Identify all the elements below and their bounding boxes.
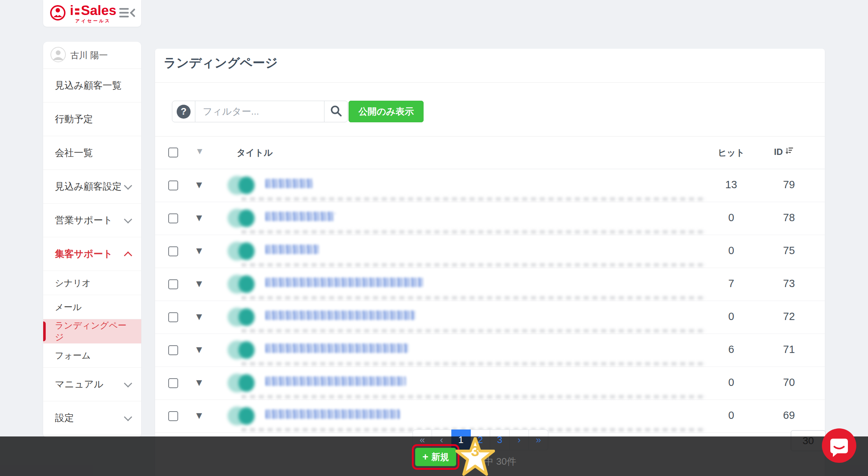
tutorial-highlight-frame: + 新規 [412, 444, 459, 470]
select-all-checkbox[interactable] [168, 148, 178, 157]
row-subtext-blurred [241, 263, 706, 267]
logo-card: i Sales アイセールス [43, 0, 141, 27]
page-title: ランディングページ [164, 55, 278, 71]
thumbnail-blurred [228, 174, 256, 197]
sidebar-item-landing-page[interactable]: ランディングページ [43, 319, 141, 343]
search-button[interactable] [324, 101, 347, 122]
row-hits: 13 [706, 179, 757, 191]
table-row: ▼ 6 71 [155, 334, 825, 367]
column-hits: ヒット [706, 147, 757, 159]
thumbnail-blurred [228, 306, 256, 329]
row-checkbox[interactable] [168, 279, 178, 289]
row-title-link-blurred[interactable] [266, 179, 313, 188]
step-number: 3 [471, 443, 480, 460]
sidebar-item-manual[interactable]: マニュアル [43, 368, 141, 401]
row-subtext-blurred [241, 296, 706, 300]
row-id: 79 [765, 179, 813, 191]
filter-help[interactable]: ? [172, 101, 195, 122]
row-checkbox[interactable] [168, 345, 178, 355]
sidebar-menu: 見込み顧客一覧 行動予定 会社一覧 見込み顧客設定 営業サポート 集客サポート … [43, 69, 141, 435]
row-id: 75 [765, 245, 813, 257]
row-id: 72 [765, 310, 813, 323]
row-hits: 0 [706, 376, 757, 388]
row-checkbox[interactable] [168, 246, 178, 256]
table-row: ▼ 0 70 [155, 367, 825, 400]
row-expand-triangle-icon[interactable]: ▼ [194, 179, 204, 191]
table-row: ▼ 0 72 [155, 301, 825, 334]
thumbnail-blurred [228, 207, 256, 230]
row-hits: 7 [706, 278, 757, 290]
sidebar-collapse-icon[interactable] [119, 6, 135, 21]
row-hits: 0 [706, 245, 757, 257]
table-row: ▼ 0 75 [155, 235, 825, 268]
header-filter-triangle-icon[interactable]: ▼ [195, 146, 204, 156]
table-row: ▼ 0 69 [155, 400, 825, 433]
chevron-icon [124, 413, 132, 421]
sidebar-item-mail[interactable]: メール [43, 295, 141, 319]
sidebar-item-lead-settings[interactable]: 見込み顧客設定 [43, 170, 141, 204]
row-title-link-blurred[interactable] [266, 212, 335, 221]
column-id[interactable]: ID [774, 147, 794, 157]
row-expand-triangle-icon[interactable]: ▼ [194, 344, 204, 356]
row-expand-triangle-icon[interactable]: ▼ [194, 245, 204, 257]
thumbnail-blurred [228, 372, 256, 395]
row-title-link-blurred[interactable] [266, 278, 423, 287]
divider [155, 82, 825, 83]
row-id: 71 [765, 343, 813, 356]
sidebar-item-marketing-support[interactable]: 集客サポート [43, 237, 141, 271]
sidebar-item-companies[interactable]: 会社一覧 [43, 136, 141, 170]
search-icon [330, 105, 342, 119]
thumbnail-blurred [228, 339, 256, 362]
row-checkbox[interactable] [168, 411, 178, 421]
chat-button[interactable] [822, 428, 856, 463]
pagination-nav[interactable]: › [510, 429, 529, 450]
row-expand-triangle-icon[interactable]: ▼ [194, 377, 204, 388]
user-profile[interactable]: 古川 陽一 [43, 42, 141, 69]
table-header: ▼ タイトル ヒット ID [155, 137, 825, 169]
sidebar-item-settings[interactable]: 設定 [43, 401, 141, 435]
row-title-link-blurred[interactable] [266, 245, 319, 254]
show-public-button[interactable]: 公開のみ表示 [349, 101, 424, 122]
brand-name: i Sales [70, 4, 116, 17]
sidebar-item-schedule[interactable]: 行動予定 [43, 103, 141, 136]
row-expand-triangle-icon[interactable]: ▼ [194, 410, 204, 421]
sidebar-item-leads[interactable]: 見込み顧客一覧 [43, 69, 141, 103]
row-checkbox[interactable] [168, 213, 178, 223]
row-title-link-blurred[interactable] [266, 310, 415, 320]
row-id: 70 [765, 376, 813, 388]
chevron-icon [124, 251, 132, 260]
row-checkbox[interactable] [168, 378, 178, 388]
row-hits: 6 [706, 343, 757, 356]
row-id: 73 [765, 278, 813, 290]
table-row: ▼ 7 73 [155, 268, 825, 301]
thumbnail-blurred [228, 405, 256, 428]
pagination-nav[interactable]: » [529, 429, 548, 450]
sidebar-item-form[interactable]: フォーム [43, 343, 141, 368]
plus-icon: + [422, 452, 428, 462]
row-expand-triangle-icon[interactable]: ▼ [194, 212, 204, 224]
row-expand-triangle-icon[interactable]: ▼ [194, 278, 204, 290]
row-title-link-blurred[interactable] [266, 376, 406, 386]
sidebar-item-scenario[interactable]: シナリオ [43, 271, 141, 295]
row-id: 69 [765, 409, 813, 421]
table-row: ▼ 0 78 [155, 202, 825, 235]
row-hits: 0 [706, 310, 757, 323]
sidebar-item-sales-support[interactable]: 営業サポート [43, 204, 141, 237]
table-row: ▼ 13 79 [155, 169, 825, 202]
brand-person-icon [49, 4, 67, 23]
row-title-link-blurred[interactable] [266, 409, 400, 419]
brand-subtitle: アイセールス [75, 19, 111, 23]
row-checkbox[interactable] [168, 312, 178, 322]
chevron-icon [124, 181, 132, 190]
row-checkbox[interactable] [168, 181, 178, 190]
user-name: 古川 陽一 [70, 49, 108, 61]
new-button[interactable]: + 新規 [415, 448, 456, 466]
brand-logo: i Sales アイセールス [49, 4, 116, 23]
row-title-link-blurred[interactable] [266, 343, 408, 353]
chevron-icon [124, 379, 132, 387]
filter-input[interactable] [195, 101, 324, 122]
thumbnail-blurred [228, 240, 256, 263]
row-subtext-blurred [241, 329, 706, 333]
filter-group: ? [172, 101, 348, 122]
row-expand-triangle-icon[interactable]: ▼ [194, 311, 204, 323]
